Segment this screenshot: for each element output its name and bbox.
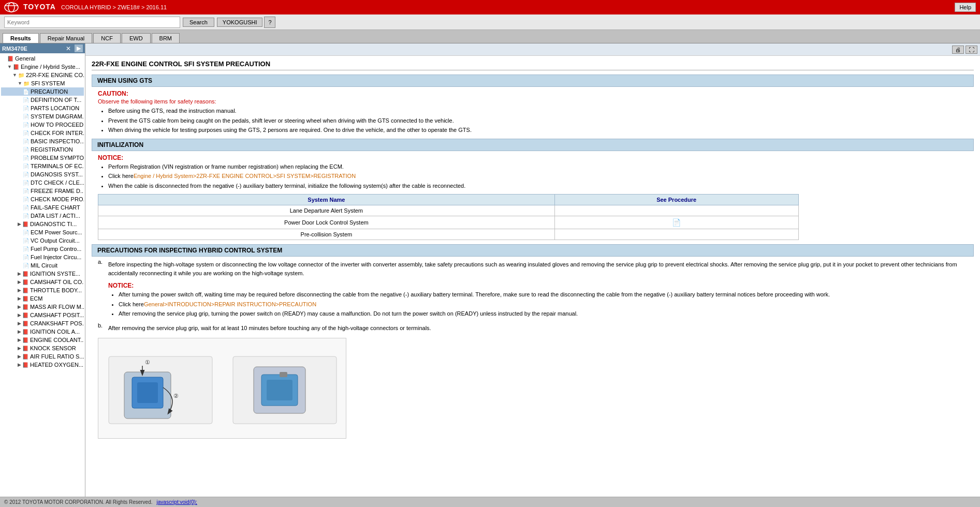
section-initialization: INITIALIZATION bbox=[92, 139, 974, 151]
book-icon: 📕 bbox=[22, 296, 28, 302]
sidebar-item-terminals-of-ec[interactable]: 📄 TERMINALS OF EC... bbox=[1, 162, 84, 170]
doc-icon: 📄 bbox=[23, 246, 29, 252]
sidebar-item-vc-output[interactable]: 📄 VC Output Circuit... bbox=[1, 236, 84, 245]
svg-text:①: ① bbox=[145, 359, 150, 365]
sidebar-item-camshaft-oil[interactable]: ▶ 📕 CAMSHAFT OIL CO... bbox=[1, 278, 84, 286]
sidebar-item-fail-safe[interactable]: 📄 FAIL-SAFE CHART bbox=[1, 203, 84, 212]
hybrid-precautions-block: a. Before inspecting the high-voltage sy… bbox=[92, 259, 974, 439]
sidebar-item-dtc-check[interactable]: 📄 DTC CHECK / CLE... bbox=[1, 178, 84, 187]
sidebar-item-22r-fxe[interactable]: ▼ 📁 22R-FXE ENGINE CO... bbox=[1, 71, 84, 79]
search-input[interactable] bbox=[4, 17, 180, 28]
tab-results[interactable]: Results bbox=[3, 33, 39, 43]
sidebar-item-registration[interactable]: 📄 REGISTRATION bbox=[1, 145, 84, 154]
sidebar-item-engine-coolant[interactable]: ▶ 📕 ENGINE COOLANT... bbox=[1, 336, 84, 344]
folder-icon: 📁 bbox=[18, 72, 24, 78]
doc-icon: 📄 bbox=[23, 130, 29, 136]
sidebar-item-basic-inspect[interactable]: 📄 BASIC INSPECTIO... bbox=[1, 137, 84, 145]
sidebar-item-heated-oxygen[interactable]: ▶ 📕 HEATED OXYGEN... bbox=[1, 361, 84, 369]
book-icon: 📕 bbox=[22, 312, 28, 318]
notice-label-2: NOTICE: bbox=[108, 282, 974, 289]
fullscreen-button[interactable]: ⛶ bbox=[966, 46, 977, 54]
section-when-using-gts: WHEN USING GTS bbox=[92, 74, 974, 87]
doc-icon: 📄 bbox=[23, 163, 29, 169]
sidebar-item-check-inter[interactable]: 📄 CHECK FOR INTER... bbox=[1, 129, 84, 137]
question-button[interactable]: ? bbox=[264, 17, 275, 28]
procedure-lane bbox=[554, 205, 798, 216]
sidebar: RM3470E ✕ ▶ 📕 General ▼ 📕 Engine / Hybri… bbox=[0, 43, 85, 497]
svg-rect-14 bbox=[280, 372, 287, 377]
sidebar-item-problem-sympto[interactable]: 📄 PROBLEM SYMPTO... bbox=[1, 154, 84, 162]
tab-repair-manual[interactable]: Repair Manual bbox=[40, 33, 93, 43]
tab-ewd[interactable]: EWD bbox=[122, 33, 151, 43]
sidebar-item-system-diagram[interactable]: 📄 SYSTEM DIAGRAM... bbox=[1, 112, 84, 121]
sidebar-item-freeze-frame[interactable]: 📄 FREEZE FRAME D... bbox=[1, 187, 84, 195]
sidebar-item-mass-air-flow[interactable]: ▶ 📕 MASS AIR FLOW M... bbox=[1, 303, 84, 311]
sidebar-item-definition[interactable]: 📄 DEFINITION OF T... bbox=[1, 96, 84, 104]
notice-bullets: Perform Registration (VIN registration o… bbox=[108, 162, 974, 190]
sidebar-item-crankshaft-pos[interactable]: ▶ 📕 CRANKSHAFT POS... bbox=[1, 319, 84, 327]
sidebar-item-mil-circuit[interactable]: 📄 MIL Circuit bbox=[1, 261, 84, 270]
sidebar-item-fuel-injector[interactable]: 📄 Fuel Injector Circu... bbox=[1, 253, 84, 261]
sidebar-item-fuel-pump[interactable]: 📄 Fuel Pump Contro... bbox=[1, 245, 84, 253]
book-icon: 📕 bbox=[22, 346, 28, 351]
item-a-text: Before inspecting the high-voltage syste… bbox=[108, 260, 974, 277]
registration-link[interactable]: Engine / Hybrid System>2ZR-FXE ENGINE CO… bbox=[134, 173, 356, 179]
system-name-collision: Pre-collision System bbox=[98, 229, 555, 240]
svg-rect-13 bbox=[267, 380, 292, 400]
tab-ncf[interactable]: NCF bbox=[93, 33, 121, 43]
table-header-system: System Name bbox=[98, 195, 555, 205]
sidebar-item-precaution[interactable]: 📄 PRECAUTION bbox=[1, 87, 84, 96]
sidebar-item-ecm-power[interactable]: 📄 ECM Power Sourc... bbox=[1, 228, 84, 236]
sidebar-item-how-to-proceed[interactable]: 📄 HOW TO PROCEED... bbox=[1, 121, 84, 129]
sidebar-item-knock-sensor[interactable]: ▶ 📕 KNOCK SENSOR bbox=[1, 344, 84, 352]
doc-icon: 📄 bbox=[23, 106, 29, 111]
help-button[interactable]: Help bbox=[955, 3, 976, 12]
book-icon: 📕 bbox=[22, 329, 28, 335]
sidebar-close-button[interactable]: ✕ bbox=[64, 45, 72, 52]
sidebar-item-ignition-system[interactable]: ▶ 📕 IGNITION SYSTE... bbox=[1, 270, 84, 278]
sidebar-item-engine-hybrid[interactable]: ▼ 📕 Engine / Hybrid Syste... bbox=[1, 63, 84, 71]
search-button[interactable]: Search bbox=[183, 18, 214, 27]
top-bar: TOYOTA COROLLA HYBRID > ZWE18# > 2016.11… bbox=[0, 0, 980, 14]
notice-label: NOTICE: bbox=[98, 154, 974, 161]
sidebar-item-camshaft-posit[interactable]: ▶ 📕 CAMSHAFT POSIT... bbox=[1, 311, 84, 319]
caution-bullets: Before using the GTS, read the instructi… bbox=[108, 107, 974, 135]
book-icon: 📕 bbox=[22, 288, 28, 293]
book-icon: 📕 bbox=[22, 354, 28, 360]
sidebar-item-general[interactable]: 📕 General bbox=[1, 54, 84, 63]
sidebar-item-data-list[interactable]: 📄 DATA LIST / ACTI... bbox=[1, 212, 84, 220]
sidebar-item-ignition-coil[interactable]: ▶ 📕 IGNITION COIL A... bbox=[1, 327, 84, 336]
doc-icon: 📄 bbox=[23, 155, 29, 161]
sidebar-item-parts-location[interactable]: 📄 PARTS LOCATION bbox=[1, 104, 84, 112]
yokogushi-button[interactable]: YOKOGUSHI bbox=[217, 18, 263, 27]
notice-bullet-3: When the cable is disconnected from the … bbox=[108, 182, 974, 190]
main-area: RM3470E ✕ ▶ 📕 General ▼ 📕 Engine / Hybri… bbox=[0, 43, 980, 497]
sidebar-item-throttle-body[interactable]: ▶ 📕 THROTTLE BODY... bbox=[1, 286, 84, 294]
book-icon: 📕 bbox=[22, 304, 28, 310]
doc-icon: 📄 bbox=[23, 205, 29, 211]
sidebar-item-diagnostic-ti[interactable]: ▶ 📕 DIAGNOSTIC TI... bbox=[1, 220, 84, 228]
item-a-row: a. Before inspecting the high-voltage sy… bbox=[98, 259, 974, 279]
notice-sub-bullet-1: After turning the power switch off, wait… bbox=[119, 290, 974, 299]
doc-icon: 📄 bbox=[23, 97, 29, 103]
status-link[interactable]: javascript:void(0); bbox=[157, 499, 197, 505]
precaution-link[interactable]: General>INTRODUCTION>REPAIR INSTRUCTION>… bbox=[144, 301, 316, 307]
content-area: 🖨 ⛶ 22R-FXE ENGINE CONTROL SFI SYSTEM PR… bbox=[85, 43, 980, 497]
content-toolbar: 🖨 ⛶ bbox=[85, 43, 980, 56]
system-name-door: Power Door Lock Control System bbox=[98, 216, 555, 229]
table-row: Lane Departure Alert System bbox=[98, 205, 799, 216]
page-title: 22R-FXE ENGINE CONTROL SFI SYSTEM PRECAU… bbox=[92, 60, 974, 70]
sidebar-item-air-fuel-ratio[interactable]: ▶ 📕 AIR FUEL RATIO S... bbox=[1, 352, 84, 361]
svg-rect-6 bbox=[137, 382, 158, 403]
sidebar-item-diagnosis-syst[interactable]: 📄 DIAGNOSIS SYST... bbox=[1, 170, 84, 178]
sidebar-nav-arrow[interactable]: ▶ bbox=[75, 44, 83, 52]
tab-brm[interactable]: BRM bbox=[152, 33, 180, 43]
doc-icon: 📄 bbox=[23, 238, 29, 244]
sidebar-item-ecm[interactable]: ▶ 📕 ECM bbox=[1, 294, 84, 303]
print-button[interactable]: 🖨 bbox=[952, 46, 964, 54]
tabs-bar: Results Repair Manual NCF EWD BRM bbox=[0, 30, 980, 43]
sidebar-item-sfi-system[interactable]: ▼ 📁 SFI SYSTEM bbox=[1, 79, 84, 87]
table-row: Pre-collision System bbox=[98, 229, 799, 240]
sidebar-item-check-mode[interactable]: 📄 CHECK MODE PRO... bbox=[1, 195, 84, 203]
book-icon: 📕 bbox=[22, 271, 28, 277]
